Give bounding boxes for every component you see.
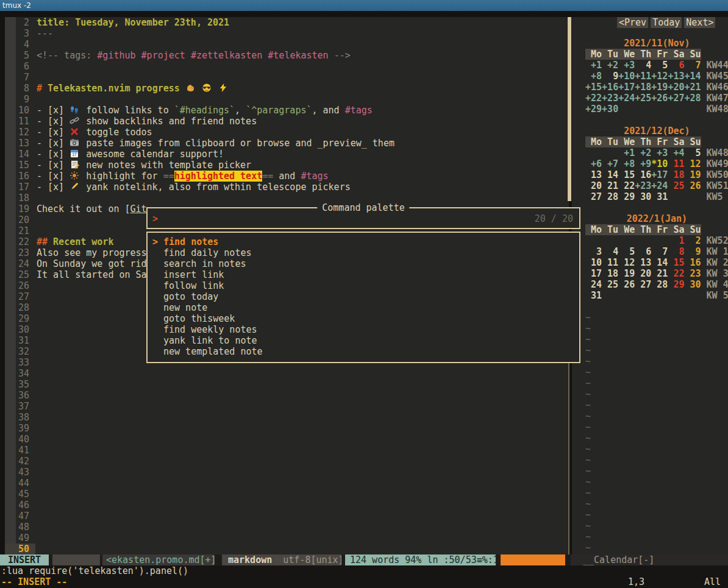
calendar-day[interactable]: +18: [635, 82, 651, 93]
calendar-day[interactable]: +1: [585, 60, 602, 71]
calendar-prev-button[interactable]: <Prev: [617, 17, 648, 28]
calendar-day[interactable]: 21: [602, 180, 618, 191]
editor-line[interactable]: 11- [x] show backlinks and friend notes: [0, 116, 569, 127]
calendar-day[interactable]: 20: [585, 180, 602, 191]
calendar-day[interactable]: 18: [602, 268, 618, 279]
calendar-day[interactable]: 15: [668, 257, 684, 268]
calendar-day[interactable]: 21: [651, 268, 668, 279]
calendar-day[interactable]: 5: [651, 60, 668, 71]
editor-line[interactable]: 13- [x] paste images from clipboard or b…: [0, 138, 569, 149]
editor-line[interactable]: 7: [0, 72, 569, 83]
calendar-day[interactable]: +23: [602, 93, 618, 104]
calendar-day[interactable]: 14: [602, 169, 618, 180]
calendar-day[interactable]: 25: [668, 180, 684, 191]
calendar-day[interactable]: 17: [585, 268, 602, 279]
calendar-day[interactable]: 27: [635, 279, 651, 290]
calendar-day[interactable]: +24: [618, 93, 635, 104]
calendar-day[interactable]: +30: [602, 104, 618, 115]
editor-line[interactable]: 37: [0, 401, 569, 412]
calendar-day[interactable]: +13: [668, 71, 684, 82]
calendar-day[interactable]: 16: [684, 257, 701, 268]
editor-line[interactable]: 34: [0, 368, 569, 379]
calendar-day[interactable]: +6: [585, 158, 602, 169]
palette-prompt-box[interactable]: Command palette > 20 / 20: [146, 207, 580, 229]
palette-item[interactable]: new note: [148, 302, 579, 313]
editor-line[interactable]: 15- [x] new notes with template picker: [0, 160, 569, 171]
calendar-day[interactable]: 6: [635, 246, 651, 257]
editor-line[interactable]: 2title: Tuesday, November 23th, 2021: [0, 17, 569, 28]
calendar-day[interactable]: 6: [668, 60, 684, 71]
editor-line[interactable]: 43: [0, 467, 569, 478]
calendar-day[interactable]: +14: [684, 71, 701, 82]
calendar-day[interactable]: 10: [585, 257, 602, 268]
calendar-day[interactable]: +16: [602, 82, 618, 93]
calendar-day[interactable]: +20: [668, 82, 684, 93]
editor-line[interactable]: 44: [0, 478, 569, 489]
editor-line[interactable]: 18: [0, 193, 569, 204]
calendar-day[interactable]: +27: [668, 93, 684, 104]
calendar-day[interactable]: +1: [618, 147, 635, 158]
editor-line[interactable]: 8# Telekasten.nvim progress: [0, 83, 569, 94]
calendar-day[interactable]: 15: [618, 169, 635, 180]
calendar-day[interactable]: 11: [602, 257, 618, 268]
editor-line[interactable]: 50: [0, 544, 569, 554]
calendar-day[interactable]: +21: [684, 82, 701, 93]
editor-line[interactable]: 16- [x] highlight for ==highlighted text…: [0, 171, 569, 182]
calendar-day[interactable]: 9: [602, 71, 618, 82]
editor-line[interactable]: 35: [0, 379, 569, 390]
command-line[interactable]: :lua require('telekasten').panel(): [0, 565, 728, 576]
calendar-day[interactable]: 11: [668, 158, 684, 169]
calendar-day[interactable]: 31: [585, 290, 602, 301]
editor-line[interactable]: 12- [x] toggle todos: [0, 127, 569, 138]
calendar-day[interactable]: 26: [618, 279, 635, 290]
editor-line[interactable]: 46: [0, 500, 569, 511]
calendar-day[interactable]: +3: [618, 60, 635, 71]
calendar-day[interactable]: 25: [602, 279, 618, 290]
calendar-day[interactable]: 22: [668, 268, 684, 279]
editor-line[interactable]: 48: [0, 522, 569, 533]
calendar-day[interactable]: 5: [684, 147, 701, 158]
editor-line[interactable]: 4: [0, 39, 569, 50]
calendar-day[interactable]: 12: [684, 158, 701, 169]
calendar-day[interactable]: +15: [585, 82, 602, 93]
calendar-day[interactable]: +8: [618, 158, 635, 169]
calendar-day[interactable]: 13: [585, 169, 602, 180]
calendar-day[interactable]: 24: [585, 279, 602, 290]
calendar-day[interactable]: 20: [635, 268, 651, 279]
editor-line[interactable]: 45: [0, 489, 569, 500]
palette-item[interactable]: follow link: [148, 280, 579, 291]
calendar-day[interactable]: +4: [668, 147, 684, 158]
calendar-day[interactable]: +17: [618, 82, 635, 93]
palette-item[interactable]: yank link to note: [148, 335, 579, 346]
calendar-day[interactable]: 2: [684, 235, 701, 246]
editor-line[interactable]: 38: [0, 412, 569, 423]
editor-line[interactable]: 9: [0, 94, 569, 105]
calendar-day[interactable]: +24: [651, 180, 668, 191]
calendar-next-button[interactable]: Next>: [684, 17, 715, 28]
calendar-day[interactable]: 26: [684, 180, 701, 191]
calendar-day[interactable]: +2: [602, 60, 618, 71]
palette-item[interactable]: find daily notes: [148, 247, 579, 258]
calendar-day[interactable]: 16: [635, 169, 651, 180]
calendar-day[interactable]: +8: [585, 71, 602, 82]
calendar-day[interactable]: 19: [618, 268, 635, 279]
calendar-day[interactable]: +23: [635, 180, 651, 191]
calendar-day[interactable]: +17: [651, 169, 668, 180]
editor-scrollbar-thumb[interactable]: [568, 17, 571, 201]
calendar-day[interactable]: *10: [651, 158, 668, 169]
editor-line[interactable]: 42: [0, 456, 569, 467]
palette-item[interactable]: goto thisweek: [148, 313, 579, 324]
calendar-day[interactable]: 4: [635, 60, 651, 71]
calendar-day[interactable]: 22: [618, 180, 635, 191]
calendar-day[interactable]: +29: [585, 104, 602, 115]
palette-item[interactable]: new templated note: [148, 346, 579, 357]
calendar-day[interactable]: 7: [651, 246, 668, 257]
calendar-day[interactable]: +10: [618, 71, 635, 82]
editor-line[interactable]: 10- [x] follow links to `#headings`, `^p…: [0, 105, 569, 116]
calendar-day[interactable]: +2: [635, 147, 651, 158]
calendar-day[interactable]: +19: [651, 82, 668, 93]
editor-line[interactable]: 5<!-- tags: #github #project #zettelkast…: [0, 50, 569, 61]
palette-item[interactable]: insert link: [148, 269, 579, 280]
calendar-day[interactable]: 5: [618, 246, 635, 257]
editor-line[interactable]: 17- [x] yank notelink, also from wthin t…: [0, 182, 569, 193]
